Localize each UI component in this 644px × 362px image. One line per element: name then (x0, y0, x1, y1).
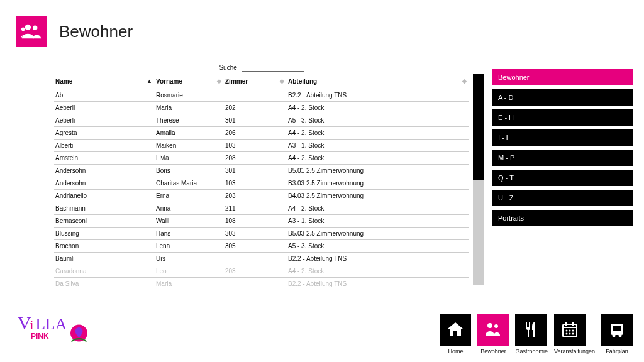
residents-table: Name▲ Vorname◆ Zimmer◆ Abteilung◆ AbtRos… (54, 75, 469, 290)
svg-point-2 (21, 27, 25, 31)
nav-food-button[interactable] (515, 314, 547, 346)
nav-label: Gastronomie (515, 348, 548, 354)
sidebar-item[interactable]: M - P (492, 150, 633, 166)
svg-rect-18 (565, 322, 567, 326)
svg-point-22 (613, 334, 616, 337)
sidebar-item[interactable]: Bewohner (492, 69, 633, 85)
col-name[interactable]: Name▲ (54, 75, 155, 89)
nav-label: Fahrplan (601, 348, 633, 354)
bottom-nav: HomeBewohnerGastronomieVeranstaltungenFa… (440, 314, 633, 354)
nav-label: Home (440, 348, 471, 354)
sidebar-item[interactable]: U - Z (492, 190, 633, 206)
nav-calendar-button[interactable] (554, 314, 586, 346)
search-input[interactable] (242, 63, 304, 72)
nav-label: Veranstaltungen (554, 348, 595, 354)
svg-rect-21 (613, 326, 621, 331)
table-row[interactable]: BlüssingHans303B5.03 2.5 Zimmerwohnung (54, 228, 469, 240)
svg-text:PINK: PINK (31, 332, 49, 341)
people-icon (16, 16, 47, 47)
table-row[interactable]: AbtRosmarieB2.2 - Abteilung TNS (54, 89, 469, 102)
svg-point-23 (619, 334, 622, 337)
table-row[interactable]: AndersohnCharitas Maria103B3.03 2.5 Zimm… (54, 177, 469, 190)
table-row[interactable]: AndersohnBoris301B5.01 2.5 Zimmerwohnung (54, 165, 469, 177)
sidebar-item[interactable]: I - L (492, 129, 633, 146)
table-row[interactable]: BachmannAnna211A4 - 2. Stock (54, 202, 469, 215)
table-row[interactable]: BernasconiWalli108A3 - 1. Stock (54, 215, 469, 228)
col-abteilung[interactable]: Abteilung◆ (287, 75, 469, 89)
scrollbar-thumb[interactable] (473, 74, 484, 180)
svg-text:V: V (18, 312, 31, 333)
svg-point-12 (565, 330, 567, 332)
svg-point-17 (572, 333, 574, 335)
table-row[interactable]: AeberliMaria202A4 - 2. Stock (54, 102, 469, 114)
nav-people-button[interactable] (477, 314, 509, 346)
table-row[interactable]: AndrianelloErna203B4.03 2.5 Zimmerwohnun… (54, 190, 469, 202)
table-row[interactable]: BäumliUrsB2.2 - Abteilung TNS (54, 253, 469, 265)
table-row[interactable]: AlbertiMaiken103A3 - 1. Stock (54, 140, 469, 152)
svg-text:i: i (30, 317, 34, 332)
svg-point-13 (569, 330, 570, 332)
svg-point-1 (33, 26, 38, 31)
svg-point-15 (565, 333, 567, 335)
scrollbar[interactable] (473, 74, 484, 285)
table-row[interactable]: AgrestaAmalia206A4 - 2. Stock (54, 127, 469, 140)
svg-rect-19 (572, 322, 574, 326)
search-label: Suche (219, 64, 236, 71)
svg-point-14 (572, 330, 574, 332)
sidebar-item[interactable]: Q - T (492, 170, 633, 186)
nav-bus-button[interactable] (601, 314, 633, 346)
svg-point-0 (25, 25, 31, 30)
svg-point-9 (494, 324, 498, 328)
table-row[interactable]: AeberliTherese301A5 - 3. Stock (54, 114, 469, 127)
svg-text:LLA: LLA (36, 315, 67, 333)
col-vorname[interactable]: Vorname◆ (155, 75, 224, 89)
nav-label: Bewohner (477, 348, 509, 354)
sidebar-item[interactable]: A - D (492, 89, 633, 106)
sidebar-item[interactable]: Portraits (492, 210, 633, 226)
table-row[interactable]: AmsteinLivia208A4 - 2. Stock (54, 152, 469, 165)
nav-home-button[interactable] (440, 314, 471, 346)
table-row[interactable]: BrochonLena305A5 - 3. Stock (54, 240, 469, 253)
col-zimmer[interactable]: Zimmer◆ (224, 75, 287, 89)
page-title: Bewohner (59, 22, 133, 41)
logo: V i LLA PINK (18, 310, 112, 351)
data-table-block: Suche Name▲ Vorname◆ Zimmer◆ Abteilung◆ … (54, 63, 469, 290)
sidebar-item[interactable]: E - H (492, 109, 633, 126)
table-row[interactable]: CaradonnaLeo203A4 - 2. Stock (54, 265, 469, 278)
svg-point-16 (569, 333, 570, 335)
table-row[interactable]: Da SilvaMariaB2.2 - Abteilung TNS (54, 278, 469, 290)
sidebar: BewohnerA - DE - HI - LM - PQ - TU - ZPo… (492, 69, 633, 226)
svg-point-8 (487, 323, 492, 328)
